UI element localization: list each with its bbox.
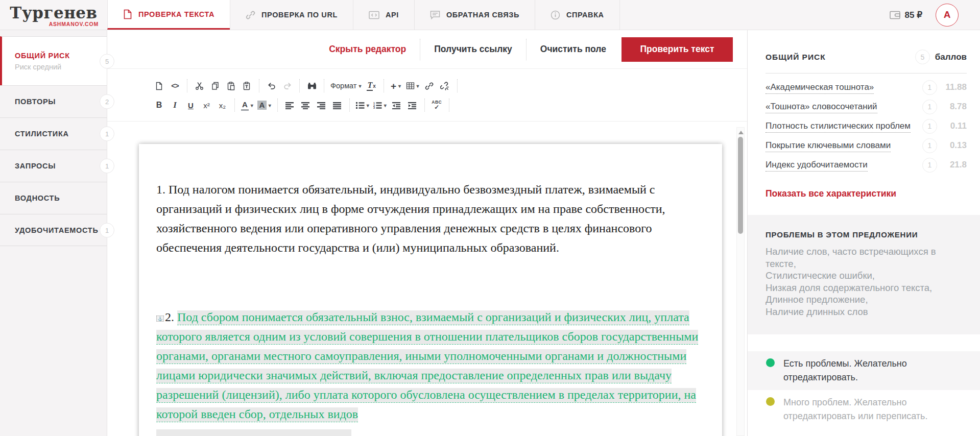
divider (277, 99, 278, 112)
document-page[interactable]: 1. Под налогом понимается обязательный, … (139, 144, 722, 436)
highlighted-sentence[interactable]: Под сбором понимается обязательный взнос… (156, 310, 698, 422)
new-document-icon[interactable] (151, 78, 167, 93)
legend-row-many-problems: Много проблем. Желательно отредактироват… (748, 390, 980, 429)
paragraph-1[interactable]: 1. Под налогом понимается обязательный, … (156, 180, 705, 257)
chevron-down-icon: ▾ (269, 103, 271, 108)
paragraph-2[interactable]: ⚓2. Под сбором понимается обязательный в… (156, 307, 705, 424)
spellcheck-icon[interactable]: ABC ✓ (429, 98, 445, 113)
metric-row: «Тошнота» словосочетаний 1 8.78 (766, 97, 967, 116)
tab-text-check[interactable]: ПРОВЕРКА ТЕКСТА (107, 0, 230, 30)
outdent-icon[interactable] (389, 98, 404, 113)
metric-label-link[interactable]: Плотность стилистических проблем (766, 121, 922, 131)
tab-url-check[interactable]: ПРОВЕРКА ПО URL (230, 0, 353, 30)
clear-field-button[interactable]: Очистить поле (540, 44, 606, 55)
insert-link-icon[interactable] (421, 78, 437, 93)
scrollbar-thumb[interactable] (738, 137, 743, 234)
find-replace-icon[interactable] (304, 78, 320, 93)
divider (766, 73, 967, 74)
problem-item: Низкая доля содержательного текста, (766, 282, 967, 294)
logo[interactable]: Тургенев ASHMANOV.COM (0, 0, 107, 30)
code-icon (369, 11, 379, 19)
editor-scrollbar[interactable] (736, 127, 745, 436)
problem-item: Длинное предложение, (766, 294, 967, 306)
get-link-button[interactable]: Получить ссылку (434, 44, 512, 55)
tab-help[interactable]: СПРАВКА (535, 0, 620, 30)
remove-format-icon[interactable]: Tx (364, 78, 379, 93)
metric-label-link[interactable]: Индекс удобочитаемости (766, 160, 922, 170)
justify-icon[interactable] (329, 98, 345, 113)
editor-toolbar: <> (107, 69, 747, 122)
sidebar-item-repeats[interactable]: ПОВТОРЫ 2 (0, 85, 107, 117)
chevron-down-icon: ▾ (384, 103, 387, 108)
risk-badge: 5 (100, 54, 114, 68)
sidebar-item-queries[interactable]: ЗАПРОСЫ 1 (0, 150, 107, 182)
main-area: Скрыть редактор Получить ссылку Очистить… (107, 30, 747, 436)
divider (324, 79, 324, 92)
header-right: 85 ₽ A (890, 0, 980, 30)
divider (420, 39, 420, 60)
anchor-icon: ⚓ (156, 316, 164, 322)
legend-text: Есть проблемы. Желательно отредактироват… (783, 357, 967, 384)
top-nav: ПРОВЕРКА ТЕКСТА ПРОВЕРКА ПО URL API (107, 0, 620, 30)
toolbar-row-1: <> (151, 76, 747, 95)
align-right-icon[interactable] (314, 98, 329, 113)
tab-api[interactable]: API (353, 0, 414, 30)
balance[interactable]: 85 ₽ (890, 10, 922, 20)
bullet-list-dropdown[interactable]: ▾ (354, 98, 371, 113)
hide-editor-link[interactable]: Скрыть редактор (329, 44, 406, 55)
sidebar-item-readability[interactable]: УДОБОЧИТАЕМОСТЬ 1 (0, 214, 107, 246)
wallet-icon (890, 11, 900, 19)
italic-icon[interactable]: I (167, 98, 183, 113)
feedback-icon (430, 10, 440, 20)
tab-label: ПРОВЕРКА ТЕКСТА (138, 10, 214, 18)
align-center-icon[interactable] (298, 98, 314, 113)
metric-value: 8.78 (937, 102, 967, 112)
format-dropdown[interactable]: Формат ▾ (328, 78, 364, 93)
metric-label-link[interactable]: Покрытие ключевыми словами (766, 140, 922, 151)
legend-text: Много проблем. Желательно отредактироват… (783, 396, 939, 423)
tab-label: ОБРАТНАЯ СВЯЗЬ (446, 11, 519, 19)
sidebar-item-wateriness[interactable]: ВОДНОСТЬ (0, 182, 107, 214)
show-all-link[interactable]: Показать все характеристики (766, 188, 967, 199)
numbered-list-dropdown[interactable]: 123 ▾ (371, 98, 389, 113)
superscript-icon[interactable]: x² (199, 98, 214, 113)
cut-icon[interactable] (192, 78, 207, 93)
unlink-icon[interactable] (437, 78, 453, 93)
text-color-dropdown[interactable]: A ▾ (239, 98, 255, 113)
bold-icon[interactable]: B (151, 98, 167, 113)
problem-item: Наличие слов, часто встречающихся в текс… (766, 246, 967, 270)
table-dropdown[interactable]: ▾ (404, 78, 421, 93)
insert-dropdown[interactable]: + ▾ (388, 78, 404, 93)
paste-icon[interactable] (223, 78, 239, 93)
metric-count-badge: 1 (922, 119, 937, 134)
logo-subtitle: ASHMANOV.COM (49, 21, 99, 27)
source-icon[interactable]: <> (167, 78, 183, 93)
paste-text-icon[interactable] (239, 78, 255, 93)
indent-icon[interactable] (404, 98, 420, 113)
stylistics-badge: 1 (100, 127, 114, 141)
sidebar-item-stylistics[interactable]: СТИЛИСТИКА 1 (0, 117, 107, 150)
sidebar-item-total-risk[interactable]: ОБЩИЙ РИСК Риск средний 5 (0, 36, 107, 85)
metric-label-link[interactable]: «Академическая тошнота» (766, 82, 922, 92)
metric-label-link[interactable]: «Тошнота» словосочетаний (766, 102, 922, 112)
subscript-icon[interactable]: x₂ (214, 98, 230, 113)
divider (234, 99, 235, 112)
risk-score-badge: 5 (915, 50, 930, 64)
underline-icon[interactable]: U (183, 98, 199, 113)
scroll-up-arrow-icon[interactable] (738, 131, 744, 134)
tab-feedback[interactable]: ОБРАТНАЯ СВЯЗЬ (414, 0, 535, 30)
divider (259, 79, 259, 92)
problem-item: Наличие длинных слов (766, 306, 967, 318)
info-icon (551, 10, 560, 20)
metric-count-badge: 1 (922, 80, 937, 95)
avatar[interactable]: A (936, 4, 959, 27)
check-text-button[interactable]: Проверить текст (622, 37, 733, 62)
problems-title: ПРОБЛЕМЫ В ЭТОМ ПРЕДЛОЖЕНИИ (766, 230, 967, 239)
bg-color-dropdown[interactable]: A ▾ (255, 98, 273, 113)
readability-badge: 1 (100, 223, 114, 237)
redo-icon[interactable] (279, 78, 295, 93)
align-left-icon[interactable] (282, 98, 298, 113)
undo-icon[interactable] (264, 78, 279, 93)
copy-icon[interactable] (207, 78, 223, 93)
header: Тургенев ASHMANOV.COM ПРОВЕРКА ТЕКСТА ПР… (0, 0, 980, 30)
